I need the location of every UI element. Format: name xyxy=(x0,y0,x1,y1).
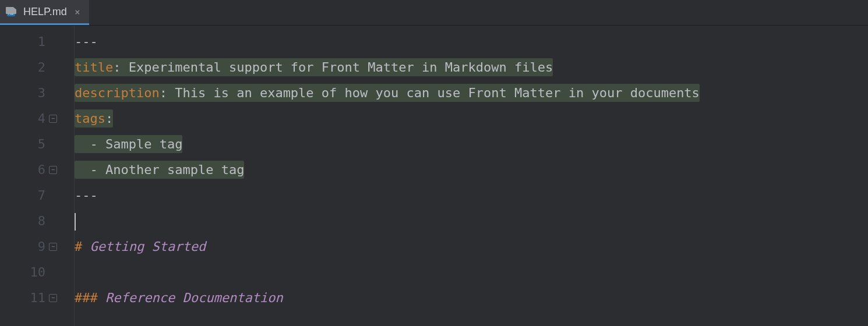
fold-toggle-icon[interactable]: − xyxy=(49,294,57,302)
markdown-file-icon: MD xyxy=(5,5,17,18)
vertical-scrollbar[interactable] xyxy=(861,26,868,326)
code-line[interactable] xyxy=(75,208,861,234)
editor[interactable]: 1234−56−789−1011− ---title: Experimental… xyxy=(0,26,868,326)
text-caret xyxy=(75,213,76,231)
line-number: 4− xyxy=(0,106,45,132)
line-number: 8 xyxy=(0,208,45,234)
line-number: 11− xyxy=(0,285,45,311)
gutter-border xyxy=(63,26,75,326)
code-line[interactable]: --- xyxy=(75,29,861,55)
line-number: 1 xyxy=(0,29,45,55)
fold-toggle-icon[interactable]: − xyxy=(49,166,57,174)
line-number: 10 xyxy=(0,260,45,285)
line-number: 9− xyxy=(0,234,45,260)
line-number: 6− xyxy=(0,157,45,183)
tab-help-md[interactable]: MD HELP.md × xyxy=(0,0,89,25)
code-line[interactable]: title: Experimental support for Front Ma… xyxy=(75,55,861,80)
code-line[interactable]: tags: xyxy=(75,106,861,132)
fold-toggle-icon[interactable]: − xyxy=(49,243,57,251)
code-line[interactable]: - Another sample tag xyxy=(75,157,861,183)
code-line[interactable]: --- xyxy=(75,183,861,208)
tab-bar: MD HELP.md × xyxy=(0,0,868,26)
code-line[interactable]: # Getting Started xyxy=(75,234,861,260)
code-area[interactable]: ---title: Experimental support for Front… xyxy=(75,26,861,326)
close-icon[interactable]: × xyxy=(73,7,82,16)
line-number xyxy=(0,311,45,326)
code-line[interactable]: description: This is an example of how y… xyxy=(75,80,861,106)
line-number: 3 xyxy=(0,80,45,106)
line-number: 7 xyxy=(0,183,45,208)
code-line[interactable]: - Sample tag xyxy=(75,132,861,157)
code-line[interactable] xyxy=(75,311,861,326)
fold-toggle-icon[interactable]: − xyxy=(49,115,57,123)
code-line[interactable]: ### Reference Documentation xyxy=(75,285,861,311)
tab-label: HELP.md xyxy=(23,6,67,18)
line-number: 2 xyxy=(0,55,45,80)
line-number-gutter: 1234−56−789−1011− xyxy=(0,26,63,326)
code-line[interactable] xyxy=(75,260,861,285)
line-number: 5 xyxy=(0,132,45,157)
